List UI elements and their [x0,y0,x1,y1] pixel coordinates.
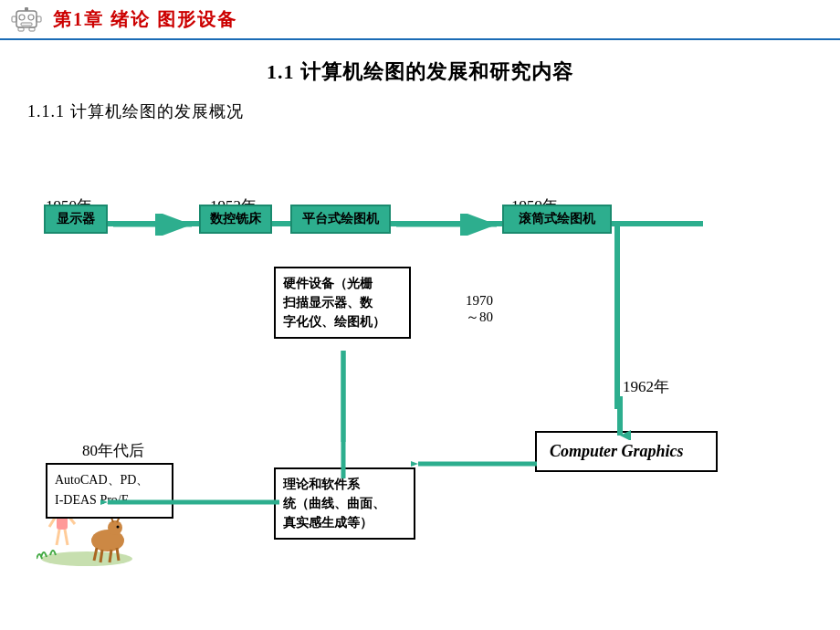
arrow-cg-to-hw [411,457,541,470]
arrow-to-autocad [100,495,283,509]
year-1970: 1970 ～80 [466,292,493,325]
chapter-title: 第1章 绪论 图形设备 [53,7,237,32]
box-cnc: 数控铣床 [199,205,272,234]
section-title: 1.1 计算机绘图的发展和研究内容 [27,58,813,86]
autocad-box: AutoCAD、PD、I-DEAS Pro/E [46,463,173,519]
hardware-box: 硬件设备（光栅扫描显示器、数字化仪、绘图机） [274,267,411,339]
box-drum: 滚筒式绘图机 [502,205,612,234]
box-display: 显示器 [44,205,108,234]
svg-line-34 [110,550,111,562]
arrow-2 [394,214,504,236]
svg-point-2 [28,15,34,20]
subsection-title: 1.1.1 计算机绘图的发展概况 [27,100,813,122]
svg-point-1 [19,15,25,20]
timeline: 1950年 1952年 1959年 显示器 数控铣床 平台式绘图机 滚筒式绘图机 [27,139,813,577]
svg-line-35 [117,548,119,561]
page-header: 第1章 绪论 图形设备 [0,0,840,40]
svg-point-31 [108,520,122,535]
vline-1962 [614,226,620,409]
box-flatbed: 平台式绘图机 [290,205,391,234]
year-80s: 80年代后 [82,440,144,461]
arrow-1 [111,214,199,236]
svg-line-33 [100,550,102,562]
arrow-down-cg [609,394,631,440]
svg-line-26 [57,530,59,545]
svg-rect-4 [25,7,28,11]
vconnect-theory [338,351,349,478]
svg-point-42 [117,526,120,529]
svg-line-27 [65,530,68,545]
main-content: 1.1 计算机绘图的发展和研究内容 1.1.1 计算机绘图的发展概况 1950年… [0,40,840,586]
chapter-icon [9,5,44,33]
svg-rect-3 [21,23,32,26]
